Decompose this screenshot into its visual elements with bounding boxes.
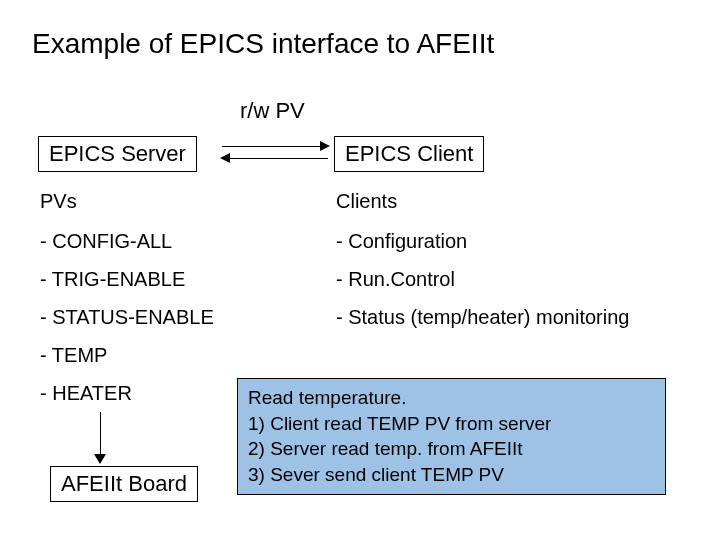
pv-item-trig-enable: - TRIG-ENABLE: [40, 268, 185, 291]
note-line-3: 3) Sever send client TEMP PV: [248, 462, 655, 488]
client-item-configuration: - Configuration: [336, 230, 467, 253]
pv-item-heater: - HEATER: [40, 382, 132, 405]
pv-item-temp: - TEMP: [40, 344, 107, 367]
slide: Example of EPICS interface to AFEIIt r/w…: [0, 0, 720, 540]
arrow-down-head-icon: [94, 454, 106, 464]
pvs-heading: PVs: [40, 190, 77, 213]
clients-heading: Clients: [336, 190, 397, 213]
pv-item-status-enable: - STATUS-ENABLE: [40, 306, 214, 329]
client-item-status-monitoring: - Status (temp/heater) monitoring: [336, 306, 629, 329]
read-temperature-note: Read temperature. 1) Client read TEMP PV…: [237, 378, 666, 495]
rw-pv-label: r/w PV: [240, 98, 305, 124]
pv-item-config-all: - CONFIG-ALL: [40, 230, 172, 253]
client-item-runcontrol: - Run.Control: [336, 268, 455, 291]
epics-server-box: EPICS Server: [38, 136, 197, 172]
arrow-rw-left-line: [228, 158, 328, 159]
note-line-0: Read temperature.: [248, 385, 655, 411]
arrow-rw-right-head-icon: [320, 141, 330, 151]
note-line-1: 1) Client read TEMP PV from server: [248, 411, 655, 437]
afeiit-board-box: AFEIIt Board: [50, 466, 198, 502]
slide-title: Example of EPICS interface to AFEIIt: [32, 28, 494, 60]
arrow-down-line: [100, 412, 101, 456]
epics-client-box: EPICS Client: [334, 136, 484, 172]
arrow-rw-left-head-icon: [220, 153, 230, 163]
note-line-2: 2) Server read temp. from AFEIIt: [248, 436, 655, 462]
arrow-rw-right-line: [222, 146, 322, 147]
